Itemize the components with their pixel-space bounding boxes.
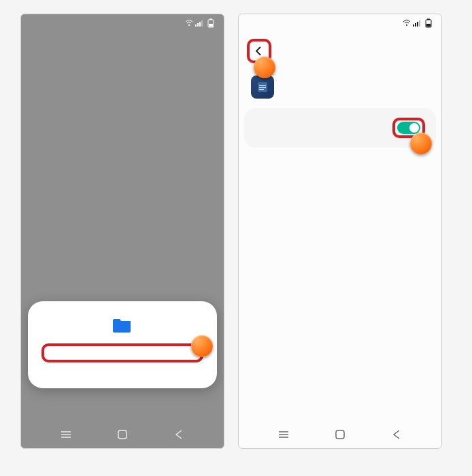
allow-highlight (41, 343, 203, 362)
toggle-highlight (392, 118, 425, 138)
svg-rect-21 (259, 85, 266, 86)
wifi-icon (185, 20, 193, 28)
svg-rect-7 (209, 24, 213, 27)
svg-rect-3 (199, 22, 201, 27)
battery-icon (425, 18, 432, 29)
signal-icon (413, 20, 421, 28)
badge-3 (254, 56, 275, 78)
permission-description (239, 148, 441, 169)
nav-home[interactable] (116, 428, 129, 441)
svg-rect-11 (118, 430, 127, 439)
header (239, 33, 441, 71)
wifi-icon (403, 20, 411, 28)
status-right (403, 18, 432, 29)
toggle-row (244, 108, 436, 148)
svg-point-12 (406, 25, 407, 27)
nav-bar (21, 421, 224, 448)
nav-back[interactable] (390, 428, 403, 441)
svg-rect-15 (417, 22, 418, 27)
svg-rect-6 (209, 19, 212, 20)
svg-rect-13 (413, 24, 414, 27)
nav-bar (239, 421, 441, 448)
app-icon (251, 75, 274, 99)
status-bar (21, 14, 224, 33)
allow-button[interactable] (44, 346, 201, 360)
badge-1 (191, 335, 213, 357)
svg-rect-4 (201, 20, 203, 27)
svg-rect-14 (415, 23, 416, 27)
screen-body (239, 33, 441, 421)
svg-rect-27 (336, 430, 344, 439)
svg-rect-19 (426, 24, 431, 27)
svg-rect-2 (197, 23, 199, 27)
svg-rect-1 (195, 24, 197, 27)
nav-home[interactable] (333, 428, 347, 441)
permission-dialog (28, 301, 217, 388)
deny-button[interactable] (41, 365, 203, 379)
phone-right (238, 14, 442, 449)
nav-recents[interactable] (59, 428, 73, 441)
svg-rect-23 (259, 89, 264, 90)
allow-all-files-toggle[interactable] (397, 122, 420, 134)
phone-left (20, 14, 224, 449)
svg-rect-22 (259, 87, 266, 88)
nav-back[interactable] (172, 428, 186, 441)
badge-2 (410, 133, 432, 154)
nav-recents[interactable] (277, 428, 290, 441)
svg-rect-16 (419, 20, 420, 27)
status-bar (239, 14, 441, 33)
screen-body (21, 33, 224, 421)
folder-icon (41, 316, 203, 333)
svg-point-0 (188, 25, 190, 27)
back-button[interactable] (247, 39, 271, 63)
battery-icon (207, 18, 214, 29)
signal-icon (195, 20, 203, 28)
svg-rect-18 (427, 19, 430, 20)
status-right (185, 18, 214, 29)
